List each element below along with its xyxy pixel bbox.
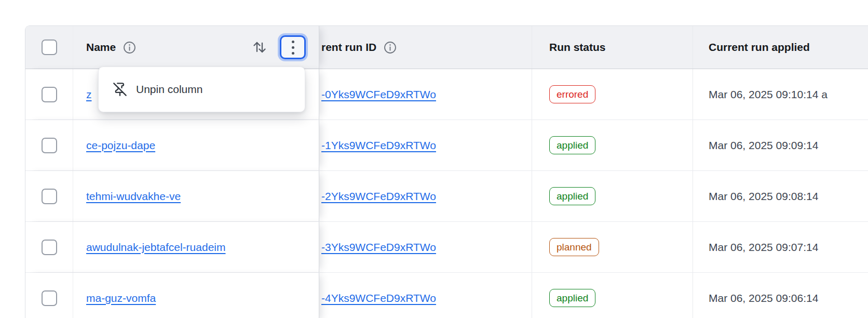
row-checkbox[interactable] [42, 290, 57, 306]
column-header-name: Name [86, 41, 116, 54]
status-badge: applied [549, 187, 595, 206]
table-header-row: Name [25, 26, 868, 69]
applied-timestamp: Mar 06, 2025 09:06:14 [709, 292, 818, 304]
row-checkbox[interactable] [42, 240, 57, 255]
header-checkbox-cell [25, 26, 73, 69]
run-id-link[interactable]: -0Yks9WCFeD9xRTWo [321, 88, 436, 101]
row-checkbox[interactable] [42, 138, 57, 153]
column-menu-dropdown: Unpin column [98, 67, 305, 112]
table-row: awudulnak-jebtafcel-ruadeim -3Yks9WCFeD9… [25, 222, 868, 273]
table-row: tehmi-wudvakhe-ve -2Yks9WCFeD9xRTWo appl… [25, 171, 868, 222]
status-badge: planned [549, 238, 599, 257]
header-status-cell: Run status [532, 26, 693, 69]
name-link[interactable]: tehmi-wudvakhe-ve [86, 190, 181, 203]
status-badge: applied [549, 136, 595, 155]
header-applied-cell: Current run applied [693, 26, 868, 69]
applied-timestamp: Mar 06, 2025 09:09:14 [709, 139, 818, 152]
pinned-header-cells: Name [25, 26, 319, 69]
column-header-current-run-applied: Current run applied [709, 41, 810, 54]
table-row: ma-guz-vomfa -4Yks9WCFeD9xRTWo applied M… [25, 273, 868, 318]
column-header-current-run-id: rent run ID [321, 41, 376, 54]
runs-table: Name [25, 25, 868, 318]
info-icon[interactable] [123, 41, 137, 55]
name-link[interactable]: ma-guz-vomfa [86, 292, 156, 304]
select-all-checkbox[interactable] [42, 39, 57, 55]
applied-timestamp: Mar 06, 2025 09:07:14 [709, 241, 818, 254]
kebab-icon [292, 41, 294, 43]
data-table-screen: Name [0, 0, 868, 318]
sort-icon[interactable] [251, 39, 268, 56]
table-row: ce-pojzu-dape -1Yks9WCFeD9xRTWo applied … [25, 120, 868, 171]
name-link[interactable]: z [86, 88, 92, 101]
status-badge: errored [549, 85, 595, 104]
header-name-cell: Name [73, 26, 319, 69]
applied-timestamp: Mar 06, 2025 09:10:14 a [709, 88, 828, 101]
run-id-link[interactable]: -4Yks9WCFeD9xRTWo [321, 292, 436, 304]
applied-timestamp: Mar 06, 2025 09:08:14 [709, 190, 818, 203]
run-id-link[interactable]: -3Yks9WCFeD9xRTWo [321, 241, 436, 254]
run-id-link[interactable]: -1Yks9WCFeD9xRTWo [321, 139, 436, 152]
pin-off-icon [113, 82, 127, 97]
name-link[interactable]: awudulnak-jebtafcel-ruadeim [86, 241, 225, 254]
menu-item-unpin-column[interactable]: Unpin column [136, 83, 202, 96]
name-link[interactable]: ce-pojzu-dape [86, 139, 155, 152]
info-icon[interactable] [383, 41, 397, 55]
column-menu-button[interactable] [280, 35, 306, 59]
row-checkbox[interactable] [42, 87, 57, 102]
status-badge: applied [549, 289, 595, 308]
column-header-run-status: Run status [549, 41, 606, 54]
header-runid-cell: rent run ID [319, 26, 532, 69]
row-checkbox[interactable] [42, 189, 57, 204]
run-id-link[interactable]: -2Yks9WCFeD9xRTWo [321, 190, 436, 203]
